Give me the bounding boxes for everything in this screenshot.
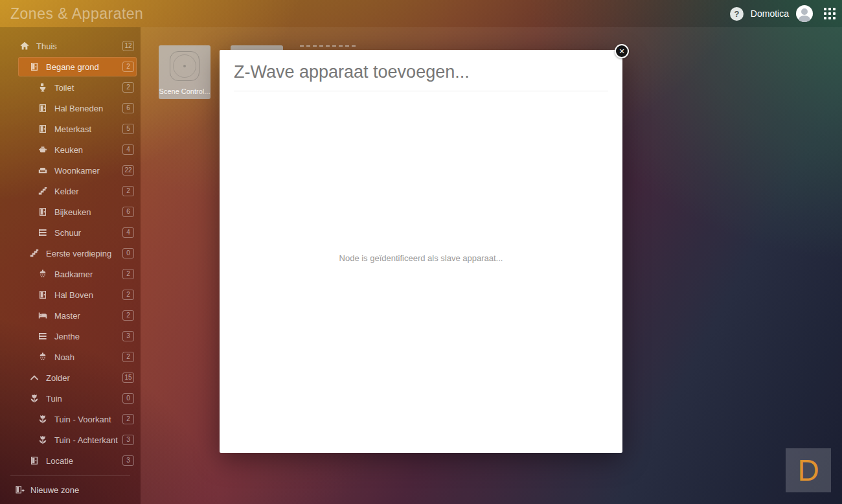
zone-device-count: 2 [122, 186, 134, 196]
zone-label: Bijkeuken [54, 207, 91, 217]
sidebar-item-noah[interactable]: Noah2 [18, 347, 137, 367]
shower-icon [38, 269, 48, 279]
sidebar-item-zolder[interactable]: Zolder15 [18, 368, 137, 387]
dialog-title: Z-Wave apparaat toevoegen... [234, 62, 608, 82]
zone-label: Meterkast [54, 124, 91, 134]
zone-device-count: 22 [122, 165, 134, 176]
question-mark-icon: ? [734, 9, 739, 19]
sidebar-item-kelder[interactable]: Kelder2 [18, 181, 137, 201]
zone-label: Woonkamer [54, 166, 100, 176]
page-title: Zones & Apparaten [10, 5, 143, 23]
flower-icon [38, 435, 48, 445]
toilet-icon [38, 82, 48, 93]
account-name[interactable]: Domotica [751, 8, 789, 19]
stairs-icon [38, 186, 48, 196]
zone-label: Schuur [54, 228, 81, 238]
sidebar-item-thuis[interactable]: Thuis12 [18, 36, 137, 56]
sidebar-item-toilet[interactable]: Toilet2 [18, 78, 137, 97]
new-zone-label: Nieuwe zone [30, 485, 79, 495]
avatar-icon[interactable] [796, 5, 813, 22]
zone-device-count: 3 [122, 435, 134, 445]
scene-controller-icon [170, 51, 199, 81]
zone-label: Tuin [46, 394, 62, 404]
zone-device-count: 2 [122, 352, 134, 362]
flower-icon [38, 414, 48, 424]
door-icon [38, 124, 48, 134]
shower-icon [38, 352, 48, 362]
zones-sidebar: Thuis12 Begane grond2 Toilet2 Hal Benede… [0, 36, 141, 499]
zone-label: Jenthe [54, 332, 80, 341]
home-icon [19, 41, 30, 51]
sidebar-item-meterkast[interactable]: Meterkast5 [18, 119, 137, 139]
sidebar-item-hal-beneden[interactable]: Hal Beneden6 [18, 98, 137, 118]
zone-label: Toilet [54, 83, 74, 93]
device-tile-scene-controller[interactable]: Scene Control... [159, 45, 210, 99]
sidebar-item-tuin-achterkant[interactable]: Tuin - Achterkant3 [18, 430, 137, 450]
sidebar-item-tuin-voorkant[interactable]: Tuin - Voorkant2 [18, 409, 137, 429]
new-zone-button[interactable]: Nieuwe zone [14, 480, 141, 499]
sofa-icon [38, 165, 48, 176]
zone-device-count: 2 [122, 310, 134, 321]
zone-device-count: 3 [122, 455, 134, 466]
zone-device-count: 2 [122, 290, 134, 300]
door-plus-icon [14, 485, 25, 495]
shelf-icon [38, 227, 48, 238]
door-icon [38, 103, 48, 113]
zone-label: Noah [54, 352, 74, 362]
zone-device-count: 0 [122, 393, 134, 404]
close-icon[interactable]: ✕ [615, 44, 629, 58]
zone-label: Thuis [36, 41, 57, 51]
zone-label: Locatie [46, 456, 73, 466]
sidebar-item-begane-grond[interactable]: Begane grond2 [18, 57, 137, 76]
sidebar-item-schuur[interactable]: Schuur4 [18, 223, 137, 242]
sidebar-item-eerste-verdieping[interactable]: Eerste verdieping0 [18, 244, 137, 263]
sidebar-divider [10, 475, 130, 476]
zone-device-count: 2 [122, 62, 134, 72]
help-button[interactable]: ? [730, 7, 744, 21]
zone-device-count: 0 [122, 248, 134, 258]
sidebar-item-bijkeuken[interactable]: Bijkeuken6 [18, 202, 137, 222]
grid-menu-icon[interactable] [824, 8, 836, 19]
top-bar: Zones & Apparaten ? Domotica [0, 0, 842, 27]
door-icon [29, 62, 40, 72]
device-tile-label: Scene Control... [159, 87, 210, 95]
sidebar-item-locatie[interactable]: Locatie3 [18, 451, 137, 470]
dialog-divider [234, 91, 608, 91]
sidebar-item-jenthe[interactable]: Jenthe3 [18, 326, 137, 346]
zone-device-count: 15 [122, 372, 134, 383]
bed-icon [38, 310, 48, 321]
door-icon [38, 207, 48, 217]
zone-label: Keuken [54, 145, 83, 155]
zone-device-count: 4 [122, 144, 134, 155]
sidebar-item-tuin[interactable]: Tuin0 [18, 389, 137, 408]
roof-icon [29, 372, 40, 383]
zone-device-count: 2 [122, 82, 134, 93]
sidebar-item-master[interactable]: Master2 [18, 306, 137, 325]
zone-device-count: 6 [122, 207, 134, 217]
zone-device-count: 2 [122, 414, 134, 424]
add-device-placeholder[interactable] [300, 45, 356, 50]
logo-letter: D [797, 453, 819, 488]
zone-label: Tuin - Achterkant [54, 435, 118, 445]
zone-label: Hal Beneden [54, 104, 103, 113]
kitchen-icon [38, 144, 48, 155]
sidebar-item-hal-boven[interactable]: Hal Boven2 [18, 285, 137, 304]
zone-label: Zolder [46, 373, 70, 383]
domotica-logo: D [786, 448, 831, 492]
zone-label: Badkamer [54, 269, 93, 279]
header-actions: ? Domotica [730, 0, 836, 27]
flower-icon [29, 393, 40, 404]
door-icon [29, 455, 40, 466]
zone-label: Tuin - Voorkant [54, 415, 111, 424]
zwave-add-dialog: ✕ Z-Wave apparaat toevoegen... Node is g… [220, 50, 622, 453]
zone-device-count: 3 [122, 331, 134, 341]
dialog-status-text: Node is geïdentificeerd als slave appara… [220, 253, 622, 263]
shelf-icon [38, 331, 48, 341]
zone-label: Eerste verdieping [46, 249, 111, 258]
sidebar-item-woonkamer[interactable]: Woonkamer22 [18, 161, 137, 180]
zone-label: Begane grond [46, 62, 99, 72]
zone-device-count: 12 [122, 41, 134, 51]
sidebar-item-badkamer[interactable]: Badkamer2 [18, 264, 137, 284]
zone-device-count: 5 [122, 124, 134, 134]
sidebar-item-keuken[interactable]: Keuken4 [18, 140, 137, 159]
